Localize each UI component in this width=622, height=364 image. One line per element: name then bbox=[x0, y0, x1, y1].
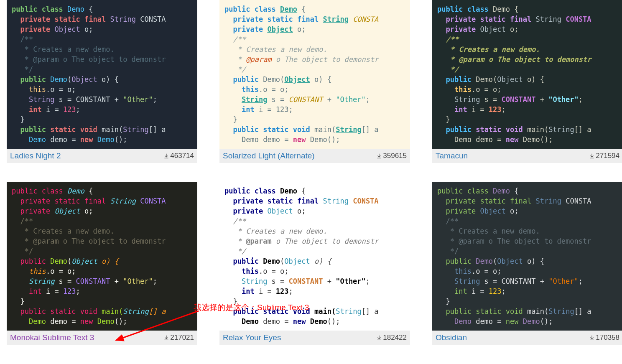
theme-name-link[interactable]: Solarized Light (Alternate) bbox=[223, 151, 315, 160]
download-count[interactable]: 217021 bbox=[163, 333, 194, 342]
theme-card-relax-your-eyes[interactable]: public class Demo { private static final… bbox=[219, 182, 410, 345]
theme-card-obsidian[interactable]: public class Demo { private static final… bbox=[432, 182, 622, 345]
theme-footer: Monokai Sublime Text 3 217021 bbox=[7, 331, 197, 345]
theme-card-monokai-sublime[interactable]: public class Demo { private static final… bbox=[7, 182, 197, 345]
theme-footer: Tamacun 271594 bbox=[432, 149, 622, 163]
download-count[interactable]: 359615 bbox=[376, 152, 407, 160]
theme-name-link[interactable]: Monokai Sublime Text 3 bbox=[10, 333, 94, 342]
download-icon bbox=[376, 335, 382, 341]
download-icon bbox=[376, 153, 382, 159]
theme-card-tamacun[interactable]: public class Demo { private static final… bbox=[432, 0, 622, 163]
theme-grid: public class Demo { private static final… bbox=[0, 0, 622, 345]
download-count[interactable]: 271594 bbox=[589, 152, 619, 160]
download-icon bbox=[163, 153, 169, 159]
code-preview: public class Demo { private static final… bbox=[7, 0, 197, 149]
download-icon bbox=[589, 153, 595, 159]
theme-name-link[interactable]: Obsidian bbox=[436, 333, 467, 342]
theme-name-link[interactable]: Tamacun bbox=[436, 151, 468, 160]
code-preview: public class Demo { private static final… bbox=[432, 182, 622, 331]
download-icon bbox=[163, 335, 169, 341]
theme-name-link[interactable]: Ladies Night 2 bbox=[10, 151, 61, 160]
theme-card-ladies-night-2[interactable]: public class Demo { private static final… bbox=[7, 0, 197, 163]
download-count[interactable]: 170358 bbox=[589, 333, 619, 342]
code-preview: public class Demo { private static final… bbox=[219, 182, 410, 331]
download-count[interactable]: 182422 bbox=[376, 333, 407, 342]
theme-footer: Ladies Night 2 463714 bbox=[7, 149, 197, 163]
theme-footer: Obsidian 170358 bbox=[432, 331, 622, 345]
code-preview: public class Demo { private static final… bbox=[219, 0, 410, 149]
code-preview: public class Demo { private static final… bbox=[432, 0, 622, 149]
code-preview: public class Demo { private static final… bbox=[7, 182, 197, 331]
download-count[interactable]: 463714 bbox=[163, 152, 194, 160]
download-icon bbox=[589, 335, 595, 341]
theme-footer: Relax Your Eyes 182422 bbox=[219, 331, 410, 345]
theme-card-solarized-light[interactable]: public class Demo { private static final… bbox=[219, 0, 410, 163]
theme-footer: Solarized Light (Alternate) 359615 bbox=[219, 149, 410, 163]
theme-name-link[interactable]: Relax Your Eyes bbox=[223, 333, 281, 342]
